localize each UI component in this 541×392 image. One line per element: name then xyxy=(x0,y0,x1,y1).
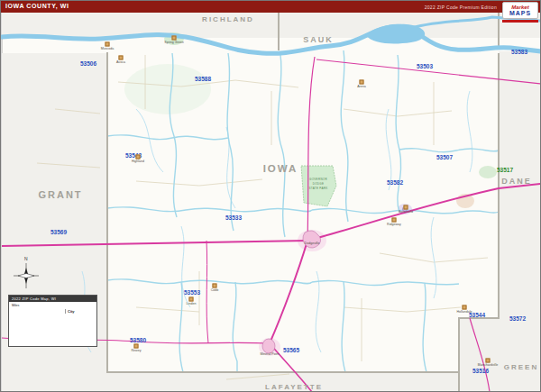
edition-label: 2022 ZIP Code Premium Edition xyxy=(425,5,497,10)
map-page: RICHLANDSAUKGRANTIOWADANEGREENLAFAYETTE5… xyxy=(0,0,541,392)
scale-bar: Miles xyxy=(9,302,96,308)
compass-north-label: N xyxy=(24,256,28,261)
legend-city-column: City xyxy=(65,309,95,314)
publisher-logo: Market MAPS xyxy=(502,2,538,19)
logo-text-bottom: MAPS xyxy=(503,10,537,16)
app-header: IOWA COUNTY, WI 2022 ZIP Code Premium Ed… xyxy=(1,1,540,13)
legend-entries xyxy=(11,309,65,314)
scale-unit-label: Miles xyxy=(12,304,19,307)
legend-city-header: City xyxy=(68,309,95,314)
legend: 2022 ZIP Code Map, WI Miles City xyxy=(8,295,97,347)
legend-title: 2022 ZIP Code Map, WI xyxy=(9,296,96,302)
logo-accent-strip xyxy=(502,20,538,23)
page-title: IOWA COUNTY, WI xyxy=(5,3,69,9)
